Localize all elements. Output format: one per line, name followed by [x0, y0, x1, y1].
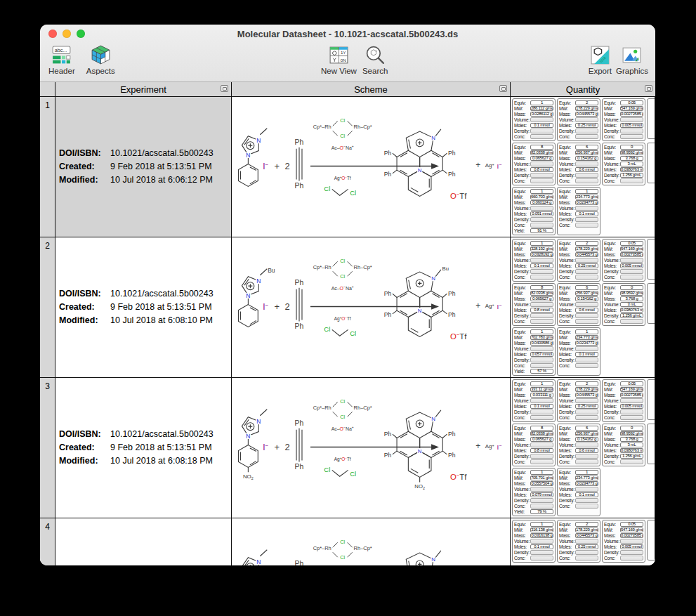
volume-field[interactable]	[575, 346, 598, 351]
row-number[interactable]: 1	[40, 97, 55, 237]
equiv-field[interactable]: 8	[530, 145, 553, 150]
equiv-field[interactable]: 0.05	[620, 100, 643, 105]
volume-field[interactable]	[530, 346, 553, 351]
conc-field[interactable]	[575, 504, 598, 509]
density-field[interactable]	[530, 313, 553, 318]
density-field[interactable]	[530, 269, 553, 274]
mw-field[interactable]: 547.169 g/mol	[620, 106, 643, 111]
yield-field[interactable]: 57 %	[530, 369, 553, 374]
mass-field[interactable]: 0.00273585 g	[620, 252, 643, 257]
quantity-cell[interactable]: Equiv:1MW:316.138 g/molMass:0.0316138 gV…	[511, 518, 655, 565]
mw-field[interactable]: 82.0338 g/mol	[530, 150, 553, 155]
mass-field[interactable]: 0.065627 g	[530, 437, 553, 442]
quantity-cell[interactable]: Equiv:1MW:286.112 g/molMass:0.0286112 gV…	[511, 97, 655, 237]
mass-field[interactable]: 0.0445573 g	[575, 533, 598, 538]
moles-field[interactable]: 0.1 mmol	[530, 263, 553, 268]
density-field[interactable]	[575, 173, 598, 178]
mw-field[interactable]: 660.703 g/mol	[530, 195, 553, 199]
equiv-field[interactable]: 1	[530, 522, 553, 527]
mw-field[interactable]: 234.773 g/mol	[575, 195, 598, 199]
equiv-field[interactable]: 6	[575, 285, 598, 290]
mass-field[interactable]: 0.033111 g	[530, 393, 553, 398]
moles-field[interactable]: 0.0380763 mol	[620, 448, 643, 453]
mass-field[interactable]: 0.0445573 g	[575, 252, 598, 257]
equiv-field[interactable]: 0	[620, 285, 643, 290]
mass-field[interactable]: 0.065627 g	[530, 156, 553, 161]
mass-field[interactable]: 0.0328192 g	[530, 252, 553, 257]
moles-field[interactable]: 0.091 mmol	[530, 211, 553, 216]
conc-field[interactable]	[530, 178, 553, 183]
mass-field[interactable]: 0.0400586 g	[530, 341, 553, 346]
mw-field[interactable]: 234.773 g/mol	[575, 335, 598, 340]
volume-field[interactable]	[620, 398, 643, 403]
mw-field[interactable]: 256.937 g/mol	[575, 431, 598, 436]
mw-field[interactable]: 178.229 g/mol	[575, 527, 598, 532]
mw-field[interactable]: 286.112 g/mol	[530, 106, 553, 111]
volume-field[interactable]	[530, 398, 553, 403]
popout-panel-icon[interactable]	[645, 85, 652, 92]
moles-field[interactable]: 0.1 mmol	[575, 352, 598, 357]
column-header-scheme[interactable]: Scheme	[232, 82, 511, 97]
volume-field[interactable]	[620, 539, 643, 544]
volume-field[interactable]	[575, 162, 598, 166]
volume-field[interactable]	[575, 487, 598, 492]
density-field[interactable]: 1.256 g/mL	[620, 313, 643, 318]
density-field[interactable]	[620, 550, 643, 555]
density-field[interactable]	[575, 409, 598, 414]
equiv-field[interactable]: 1	[575, 189, 598, 194]
conc-field[interactable]	[575, 363, 598, 368]
moles-field[interactable]: 0.005 mmol	[620, 544, 643, 549]
volume-field[interactable]	[530, 206, 553, 211]
mass-field[interactable]: 0.154162 g	[575, 437, 598, 442]
mw-field[interactable]: 98.9592 g/mol	[620, 291, 643, 296]
density-field[interactable]	[530, 454, 553, 459]
conc-field[interactable]	[530, 363, 553, 368]
conc-field[interactable]	[575, 178, 598, 183]
mass-field[interactable]: 0.065627 g	[530, 296, 553, 301]
mw-field[interactable]: 256.937 g/mol	[575, 150, 598, 155]
column-header-experiment[interactable]: Experiment	[55, 82, 232, 97]
moles-field[interactable]: 0.8 mmol	[530, 308, 553, 313]
volume-field[interactable]	[530, 443, 553, 447]
mw-field[interactable]: 328.192 g/mol	[530, 247, 553, 251]
row-number[interactable]: 2	[40, 237, 55, 378]
mw-field[interactable]: 178.229 g/mol	[575, 106, 598, 111]
density-field[interactable]: 1.256 g/mL	[620, 173, 643, 178]
equiv-field[interactable]: 1	[530, 470, 553, 475]
moles-field[interactable]: 0.1 mmol	[530, 544, 553, 549]
quantity-cell[interactable]: Equiv:1MW:331.11 g/molMass:0.033111 gVol…	[511, 378, 655, 518]
equiv-field[interactable]: 8	[530, 285, 553, 290]
equiv-field[interactable]: 0	[620, 426, 643, 431]
mw-field[interactable]: 331.11 g/mol	[530, 387, 553, 392]
conc-field[interactable]	[530, 459, 553, 464]
new-view-button[interactable]: 1Y0N New View	[321, 44, 357, 75]
mass-field[interactable]: 3.768 g	[620, 437, 643, 442]
density-field[interactable]	[575, 358, 598, 362]
conc-field[interactable]	[530, 415, 553, 420]
volume-field[interactable]: 3 mL	[620, 443, 643, 447]
moles-field[interactable]: 0.005 mmol	[620, 123, 643, 128]
equiv-field[interactable]: 1	[530, 381, 553, 386]
mw-field[interactable]: 316.138 g/mol	[530, 527, 553, 532]
density-field[interactable]	[575, 269, 598, 274]
volume-field[interactable]	[575, 206, 598, 211]
mass-field[interactable]: 3.768 g	[620, 156, 643, 161]
volume-field[interactable]	[575, 539, 598, 544]
mw-field[interactable]: 178.229 g/mol	[575, 247, 598, 251]
equiv-field[interactable]: 6	[575, 145, 598, 150]
conc-field[interactable]	[620, 275, 643, 280]
conc-field[interactable]	[620, 459, 643, 464]
moles-field[interactable]: 0.005 mmol	[620, 404, 643, 409]
volume-field[interactable]	[575, 302, 598, 307]
mw-field[interactable]: 705.701 g/mol	[530, 476, 553, 480]
mw-field[interactable]: 82.0338 g/mol	[530, 431, 553, 436]
equiv-field[interactable]: 6	[575, 426, 598, 431]
density-field[interactable]	[530, 358, 553, 362]
column-header-quantity[interactable]: Quantity	[511, 82, 655, 97]
conc-field[interactable]	[575, 415, 598, 420]
conc-field[interactable]	[530, 223, 553, 228]
equiv-field[interactable]: 0	[620, 145, 643, 150]
moles-field[interactable]: 0.25 mmol	[575, 404, 598, 409]
conc-field[interactable]	[575, 556, 598, 561]
mw-field[interactable]: 178.229 g/mol	[575, 387, 598, 392]
